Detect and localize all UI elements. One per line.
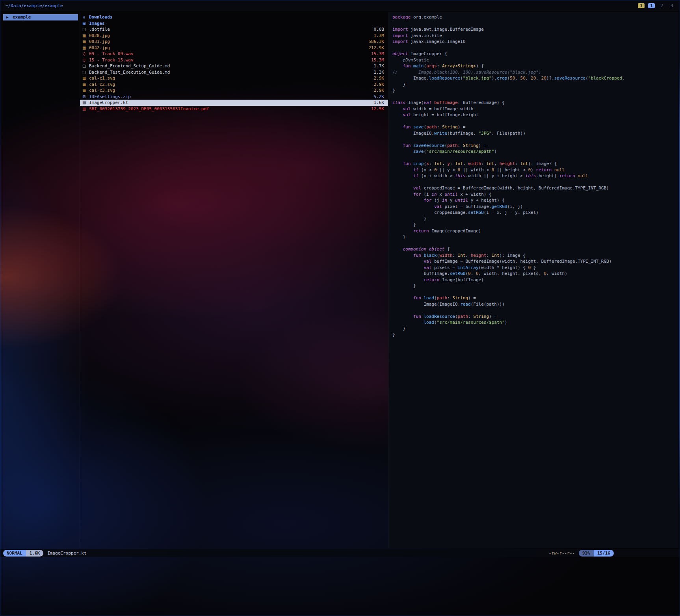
file-name: 0042.jpg xyxy=(89,45,365,51)
code-line: fun black(width: Int, height: Int): Imag… xyxy=(392,252,678,259)
file-row[interactable]: ⊠IDEAsettings.zip5.2K xyxy=(80,94,388,100)
code-line: return Image(buffImage) xyxy=(392,277,678,283)
file-size: 0.0B xyxy=(374,26,385,33)
file-name: .dotfile xyxy=(89,26,371,33)
file-row[interactable]: ▢Backend_Test_Execution_Guide.md1.3K xyxy=(80,69,388,76)
code-line: for (i in x until x + width) { xyxy=(392,191,678,198)
tab-4[interactable]: 3 xyxy=(669,3,675,8)
file-row[interactable]: ▣Images xyxy=(80,20,388,27)
code-line xyxy=(392,118,678,124)
code-line: } xyxy=(392,82,678,88)
code-line: return Image(croppedImage) xyxy=(392,228,678,234)
svg-file-icon: ▦ xyxy=(82,82,89,88)
markdown-file-icon: ▢ xyxy=(82,63,89,69)
code-line: fun crop(x: Int, y: Int, width: Int, hei… xyxy=(392,161,678,167)
file-row[interactable]: ▦0028.jpg1.3M xyxy=(80,33,388,39)
parent-dir-item[interactable]: ▸example xyxy=(3,14,78,20)
code-line: val width = buffImage.width xyxy=(392,106,678,112)
code-line: load("src/main/resources/$path") xyxy=(392,319,678,326)
file-name: Backend_Frontend_Setup_Guide.md xyxy=(89,63,371,69)
file-row[interactable]: ▤ImageCropper.kt1.6K xyxy=(80,100,388,106)
code-line: class Image(val buffImage: BufferedImage… xyxy=(392,100,678,106)
file-size-badge: 1.6K xyxy=(26,550,44,557)
code-line: val pixel = buffImage.getRGB(i, j) xyxy=(392,204,678,210)
code-line: import java.awt.image.BufferedImage xyxy=(392,26,678,33)
code-line: } xyxy=(392,332,678,338)
status-filename: ImageCropper.kt xyxy=(47,551,86,556)
file-size: 5.2K xyxy=(374,94,385,100)
tab-1[interactable]: 1 xyxy=(638,3,645,8)
code-line: object ImageCropper { xyxy=(392,51,678,57)
file-row[interactable]: ♫15 - Track 15.wav15.3M xyxy=(80,57,388,63)
code-line: } xyxy=(392,87,678,94)
cursor-position-badge: 15/16 xyxy=(594,550,614,557)
code-line xyxy=(392,94,678,100)
file-size: 2.9K xyxy=(374,75,385,82)
hidden-file-icon: ▢ xyxy=(82,26,89,33)
file-size: 212.9K xyxy=(368,45,384,51)
file-size: 2.9K xyxy=(374,82,385,88)
svg-file-icon: ▦ xyxy=(82,87,89,94)
tab-3[interactable]: 2 xyxy=(658,3,665,8)
file-row[interactable]: ▦cal-c2.svg2.9K xyxy=(80,82,388,88)
tab-2[interactable]: 1 xyxy=(648,3,655,8)
code-line: for (j in y until y + height) { xyxy=(392,197,678,204)
file-size: 1.7K xyxy=(374,63,385,69)
code-line: } xyxy=(392,222,678,228)
svg-file-icon: ▦ xyxy=(82,75,89,82)
image-file-icon: ▦ xyxy=(82,33,89,39)
status-right: -rw-r--r-- 93% 15/16 xyxy=(549,550,614,557)
breadcrumb-path: ~/Data/example/example xyxy=(6,3,638,8)
file-name: Backend_Test_Execution_Guide.md xyxy=(89,69,371,76)
kotlin-file-icon: ▤ xyxy=(82,100,89,106)
file-size: 1.3M xyxy=(374,33,385,39)
code-line: val buffImage = BufferedImage(width, hei… xyxy=(392,258,678,265)
file-row[interactable]: ▦0031.jpg586.3K xyxy=(80,39,388,45)
file-row[interactable]: ▦cal-c1.svg2.9K xyxy=(80,75,388,82)
file-row[interactable]: ▥SBI_0032013739_2023_DE05_0003155631Invo… xyxy=(80,106,388,112)
code-line: croppedImage.setRGB(i - x, j - y, pixel) xyxy=(392,210,678,216)
images-folder-icon: ▣ xyxy=(82,20,89,27)
pdf-file-icon: ▥ xyxy=(82,106,89,112)
file-row[interactable]: ▦0042.jpg212.9K xyxy=(80,45,388,51)
code-line: } xyxy=(392,283,678,289)
file-permissions: -rw-r--r-- xyxy=(549,551,575,556)
file-row[interactable]: ♫09 - Track 09.wav15.3M xyxy=(80,51,388,57)
code-line: buffImage.setRGB(0, 0, width, height, pi… xyxy=(392,271,678,277)
folder-icon: ▸ xyxy=(6,14,13,20)
file-size: 12.5K xyxy=(371,106,384,112)
file-size: 1.3K xyxy=(374,69,385,76)
file-row[interactable]: ▢.dotfile0.0B xyxy=(80,26,388,33)
scroll-percent-badge: 93% xyxy=(579,550,594,557)
mode-badge: NORMAL xyxy=(3,550,26,557)
status-bar: NORMAL 1.6K ImageCropper.kt -rw-r--r-- 9… xyxy=(0,549,680,557)
markdown-file-icon: ▢ xyxy=(82,69,89,76)
code-line: fun loadResource(path: String) = xyxy=(392,314,678,320)
code-line: } xyxy=(392,326,678,332)
code-line: // Image.black(100, 100).saveResource("b… xyxy=(392,69,678,76)
code-line xyxy=(392,136,678,143)
preview-code: package org.example import java.awt.imag… xyxy=(392,14,678,338)
file-row[interactable]: ▦cal-c3.svg2.9K xyxy=(80,87,388,94)
code-line: fun main(args: Array<String>) { xyxy=(392,63,678,69)
code-line: val croppedImage = BufferedImage(width, … xyxy=(392,185,678,191)
file-name: SBI_0032013739_2023_DE05_0003155631Invoi… xyxy=(89,106,368,112)
download-folder-icon: ⇩ xyxy=(82,14,89,20)
code-line: package org.example xyxy=(392,14,678,20)
file-name: 0028.jpg xyxy=(89,33,371,39)
audio-file-icon: ♫ xyxy=(82,57,89,63)
file-name: cal-c2.svg xyxy=(89,82,371,88)
file-name: cal-c3.svg xyxy=(89,87,371,94)
file-name: 09 - Track 09.wav xyxy=(89,51,368,57)
code-line: ImageIO.write(buffImage, "JPG", File(pat… xyxy=(392,130,678,137)
file-row[interactable]: ▢Backend_Frontend_Setup_Guide.md1.7K xyxy=(80,63,388,69)
code-line: import java.io.File xyxy=(392,33,678,39)
preview-pane[interactable]: package org.example import java.awt.imag… xyxy=(388,12,678,548)
file-row[interactable]: ⇩Downloads xyxy=(80,14,388,20)
dir-label: example xyxy=(13,14,31,20)
code-line xyxy=(392,240,678,247)
file-name: Downloads xyxy=(89,14,381,20)
code-line xyxy=(392,20,678,27)
audio-file-icon: ♫ xyxy=(82,51,89,57)
image-file-icon: ▦ xyxy=(82,39,89,45)
